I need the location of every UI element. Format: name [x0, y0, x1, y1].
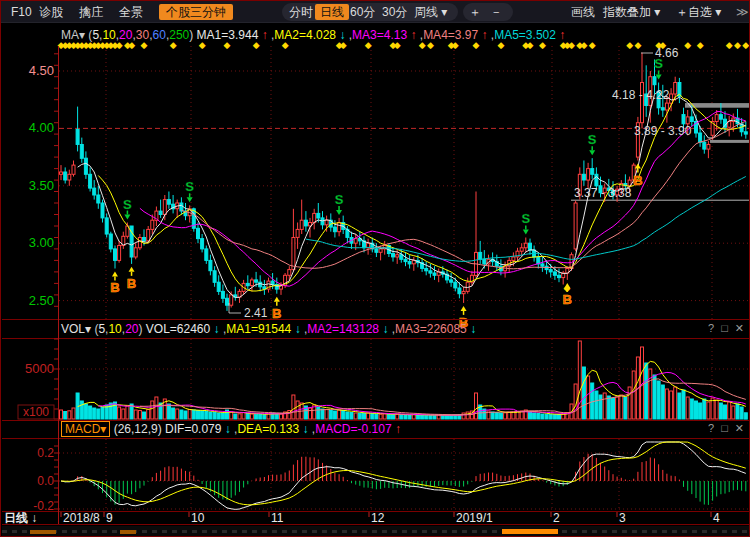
zoom-out-button[interactable]: －: [490, 4, 502, 20]
svg-text:0.2: 0.2: [37, 446, 54, 460]
scrollbar-track[interactable]: [2, 530, 749, 533]
ma-segment: 30: [136, 28, 149, 42]
index-overlay-dropdown[interactable]: 指数叠加 ▾: [603, 4, 660, 20]
macd-lines: [61, 442, 746, 509]
x-axis-label: 2018/8: [63, 512, 100, 525]
help-icon[interactable]: ?: [708, 322, 714, 334]
vol-segment: ↓: [210, 322, 219, 336]
sell-signal-marker: S: [335, 192, 344, 207]
stock-3min-button[interactable]: 个股三分钟: [159, 4, 233, 20]
volume-bars: [60, 341, 748, 419]
f10-button[interactable]: F10: [11, 4, 32, 20]
draw-line-button[interactable]: 画线: [571, 4, 595, 20]
stock-chart-window: F10 诊股 擒庄 全景 个股三分钟 分时 日线 60分 30分 周线 ▾ ＋ …: [0, 0, 750, 537]
ma-segment: MA2=4.028: [274, 28, 336, 42]
svg-text:4.50: 4.50: [29, 63, 54, 78]
svg-text:4.00: 4.00: [29, 120, 54, 135]
close-icon[interactable]: ✕: [735, 422, 744, 434]
buy-signal-marker: B: [127, 276, 136, 291]
top-toolbar: F10 诊股 擒庄 全景 个股三分钟 分时 日线 60分 30分 周线 ▾ ＋ …: [1, 1, 749, 23]
vol-dropdown[interactable]: VOL▾: [61, 322, 91, 336]
ma-segment: 60: [153, 28, 166, 42]
ma-segment: MA5=3.502: [494, 28, 556, 42]
svg-text:3.37 - 3.38: 3.37 - 3.38: [574, 186, 632, 200]
vol-segment: ↓: [379, 322, 388, 336]
macd-segment: DIF=0.079: [165, 422, 221, 436]
diagnose-stock-button[interactable]: 诊股: [39, 4, 63, 20]
period-mode-selector[interactable]: 日线 ↓: [4, 512, 37, 525]
svg-text:x100: x100: [23, 405, 49, 419]
event-diamond-icon: ◆: [742, 40, 749, 50]
tab-intraday[interactable]: 分时: [289, 4, 313, 20]
zoom-in-button[interactable]: ＋: [469, 4, 481, 20]
ma-segment: ↓: [336, 28, 345, 42]
svg-text:2.50: 2.50: [29, 293, 54, 308]
add-watchlist-dropdown[interactable]: ＋自选 ▾: [676, 4, 721, 20]
macd-segment: DEA=0.133: [237, 422, 299, 436]
tab-weekly-dropdown[interactable]: 周线 ▾: [414, 4, 447, 20]
macd-segment: ↓: [221, 422, 230, 436]
vol-segment: VOL=62460: [146, 322, 210, 336]
tab-30min[interactable]: 30分: [382, 4, 407, 20]
ma-segment: MA4=3.97: [423, 28, 478, 42]
vol-segment: 20: [125, 322, 138, 336]
svg-text:4.18 - 4.22: 4.18 - 4.22: [612, 88, 670, 102]
vol-segment: MA3=226085: [395, 322, 467, 336]
x-axis-label: 4: [713, 512, 720, 525]
ma-segment: ↑: [258, 28, 267, 42]
sell-signal-marker: S: [185, 179, 194, 194]
event-diamond-icon: ◆: [697, 40, 704, 50]
ma-segment: 250: [169, 28, 189, 42]
x-axis-label: 11: [271, 512, 283, 525]
banker-tracking-button[interactable]: 擒庄: [79, 4, 103, 20]
ma-segment: 10: [102, 28, 115, 42]
price-annotations: 3.37 - 3.384.18 - 4.223.89 - 3.904.662.4…: [229, 46, 692, 320]
vol-indicator-header: VOL▾ (5,10,20) VOL=62460 ↓ ,MA1=91544 ↓ …: [61, 322, 476, 337]
help-icon[interactable]: ?: [708, 422, 714, 434]
chart-scrollbar[interactable]: [2, 526, 749, 537]
close-icon[interactable]: ✕: [735, 322, 744, 334]
event-diamond-icon: ◆: [634, 40, 641, 50]
vol-segment: ↓: [467, 322, 476, 336]
ma-segment: ↑: [478, 28, 487, 42]
ma-indicator-header: MA▾ (5,10,20,30,60,250) MA1=3.944 ↑ ,MA2…: [61, 28, 565, 43]
tab-daily[interactable]: 日线: [315, 4, 349, 20]
x-axis-label: 2: [553, 512, 560, 525]
chart-canvas[interactable]: BBBBBBSSSSSS◆◆◆◆◆◆◆◆◆◆◆◆◆◆◆◆◆◆◆◆◆◆◆◆◆◆◆◆…: [1, 1, 750, 537]
x-axis-label: 12: [371, 512, 384, 525]
scrollbar-thumb[interactable]: [502, 529, 558, 534]
svg-text:5000: 5000: [25, 361, 54, 376]
macd-pane-icons: ?□✕: [701, 422, 744, 436]
macd-segment: (26,12,9): [110, 422, 165, 436]
pivot-diamond-icon: ◆: [564, 283, 571, 293]
tab-60min[interactable]: 60分: [350, 4, 375, 20]
event-diamond-icon: ◆: [726, 40, 733, 50]
event-diamond-icon: ◆: [589, 40, 596, 50]
sell-signal-marker: S: [521, 211, 530, 226]
x-axis-label: 9: [106, 512, 113, 525]
buy-signal-marker: B: [110, 280, 119, 295]
vol-pane-icons: ?□✕: [701, 322, 744, 336]
vol-segment: MA2=143128: [307, 322, 379, 336]
svg-text:3.50: 3.50: [29, 178, 54, 193]
svg-text:4.66: 4.66: [655, 46, 679, 60]
event-diamond-icon: ◆: [734, 40, 741, 50]
sell-signal-marker: S: [588, 132, 597, 147]
ma-segment: ): [189, 28, 196, 42]
macd-segment: MACD=-0.107: [315, 422, 391, 436]
macd-indicator-header: MACD▾ (26,12,9) DIF=0.079 ↓ ,DEA=0.133 ↓…: [61, 422, 401, 437]
ma-dropdown[interactable]: MA▾: [61, 28, 85, 42]
event-diamond-icon: ◆: [626, 40, 633, 50]
ma-segment: 20: [119, 28, 132, 42]
svg-text:2.41: 2.41: [244, 306, 268, 320]
maximize-icon[interactable]: □: [721, 422, 728, 434]
axis-labels: 4.504.003.503.002.505000x1000.20.0-0.2: [18, 63, 54, 513]
maximize-icon[interactable]: □: [721, 322, 728, 334]
ma-segment: MA3=4.13: [352, 28, 407, 42]
vol-segment: 10: [108, 322, 121, 336]
collapse-panel-icon[interactable]: ≫: [736, 4, 749, 20]
x-axis-label: 2019/1: [456, 512, 493, 525]
buy-signal-marker: B: [563, 292, 572, 307]
macd-dropdown[interactable]: MACD▾: [61, 421, 110, 437]
panorama-button[interactable]: 全景: [119, 4, 143, 20]
